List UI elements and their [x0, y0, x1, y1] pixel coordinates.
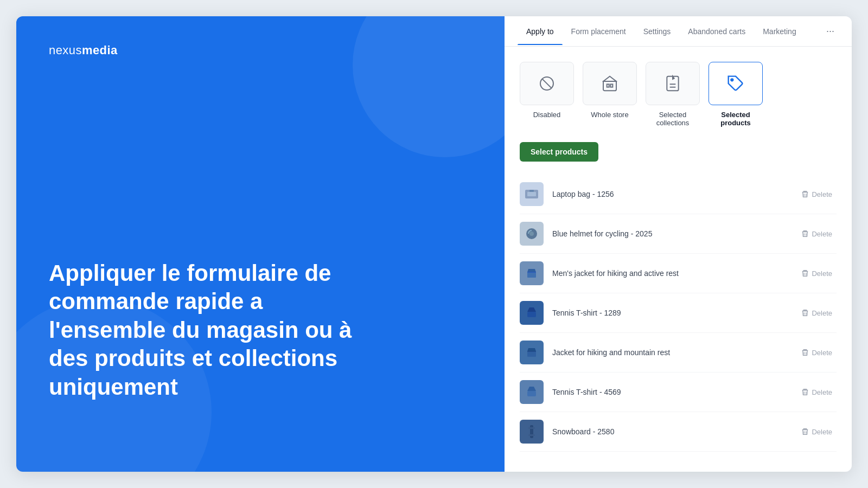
product-name-5: Tennis T-shirt - 4569 — [552, 388, 797, 396]
svg-line-1 — [542, 79, 551, 88]
option-whole-store[interactable]: Whole store — [583, 62, 637, 127]
ban-icon — [538, 75, 556, 92]
tab-form-placement[interactable]: Form placement — [563, 18, 635, 44]
delete-label-0: Delete — [812, 190, 832, 198]
delete-button-4[interactable]: Delete — [797, 346, 837, 359]
tab-settings[interactable]: Settings — [635, 18, 680, 44]
product-image-0 — [523, 185, 540, 203]
option-selected-products[interactable]: Selected products — [709, 62, 763, 127]
delete-label-4: Delete — [812, 349, 832, 357]
tab-more-button[interactable]: ··· — [822, 21, 839, 41]
delete-label-3: Delete — [812, 309, 832, 317]
svg-rect-14 — [527, 312, 536, 317]
option-whole-store-box — [583, 62, 637, 105]
option-cards: Disabled Whole store — [520, 62, 837, 127]
trash-icon-0 — [801, 190, 809, 198]
option-selected-products-label: Selected products — [709, 111, 763, 127]
table-row: Jacket for hiking and mountain rest Dele… — [520, 333, 837, 373]
product-name-0: Laptop bag - 1256 — [552, 190, 797, 198]
logo-text: nexusmedia — [49, 43, 118, 57]
trash-icon-2 — [801, 269, 809, 277]
product-thumb-1 — [520, 222, 544, 246]
content-area: Disabled Whole store — [505, 47, 852, 472]
trash-icon-5 — [801, 388, 809, 396]
product-image-5 — [523, 383, 540, 401]
product-image-6 — [523, 423, 540, 440]
table-row: Tennis T-shirt - 1289 Delete — [520, 293, 837, 333]
product-name-1: Blue helmet for cycling - 2025 — [552, 229, 797, 238]
store-icon — [601, 75, 618, 92]
product-thumb-2 — [520, 261, 544, 285]
logo-bold: media — [82, 43, 118, 57]
option-disabled[interactable]: Disabled — [520, 62, 574, 127]
trash-icon-3 — [801, 309, 809, 317]
delete-button-6[interactable]: Delete — [797, 426, 837, 438]
svg-rect-18 — [528, 427, 535, 429]
delete-label-6: Delete — [812, 428, 832, 436]
table-row: Laptop bag - 1256 Delete — [520, 175, 837, 214]
product-thumb-6 — [520, 420, 544, 444]
product-list: Laptop bag - 1256 Delete — [520, 175, 837, 452]
delete-label-5: Delete — [812, 388, 832, 396]
collection-icon — [664, 75, 681, 92]
product-thumb-5 — [520, 380, 544, 404]
option-disabled-label: Disabled — [533, 111, 561, 119]
product-thumb-4 — [520, 341, 544, 364]
delete-button-5[interactable]: Delete — [797, 386, 837, 399]
option-whole-store-label: Whole store — [591, 111, 628, 119]
delete-button-1[interactable]: Delete — [797, 228, 837, 240]
product-image-1 — [523, 225, 540, 242]
svg-rect-17 — [530, 425, 533, 438]
trash-icon-4 — [801, 349, 809, 356]
logo-normal: nexus — [49, 43, 82, 57]
delete-button-2[interactable]: Delete — [797, 267, 837, 280]
product-image-2 — [523, 265, 540, 282]
table-row: Blue helmet for cycling - 2025 Delete — [520, 214, 837, 254]
svg-rect-4 — [610, 84, 612, 87]
right-panel: Apply to Form placement Settings Abandon… — [505, 16, 852, 472]
option-selected-products-box — [709, 62, 763, 105]
product-image-3 — [523, 304, 540, 322]
svg-rect-19 — [528, 434, 535, 436]
left-panel: nexusmedia Appliquer le formulaire de co… — [16, 16, 505, 472]
hero-text: Appliquer le formulaire de commande rapi… — [49, 259, 353, 402]
table-row: Tennis T-shirt - 4569 Delete — [520, 373, 837, 412]
product-thumb-0 — [520, 182, 544, 206]
svg-point-12 — [529, 232, 534, 236]
svg-rect-15 — [527, 351, 536, 357]
delete-label-2: Delete — [812, 269, 832, 278]
product-name-6: Snowboard - 2580 — [552, 427, 797, 436]
delete-label-1: Delete — [812, 230, 832, 238]
trash-icon-6 — [801, 428, 809, 435]
tag-icon — [727, 75, 744, 92]
tabs-bar: Apply to Form placement Settings Abandon… — [505, 16, 852, 47]
main-wrapper: nexusmedia Appliquer le formulaire de co… — [16, 16, 852, 472]
svg-point-7 — [731, 79, 733, 81]
svg-rect-16 — [527, 391, 536, 396]
table-row: Men's jacket for hiking and active rest … — [520, 254, 837, 293]
delete-button-3[interactable]: Delete — [797, 307, 837, 319]
table-row: Snowboard - 2580 Delete — [520, 412, 837, 452]
option-selected-collections-label: Selected collections — [646, 111, 700, 127]
svg-rect-10 — [529, 190, 534, 192]
product-thumb-3 — [520, 301, 544, 325]
product-image-4 — [523, 344, 540, 361]
option-selected-collections[interactable]: Selected collections — [646, 62, 700, 127]
svg-rect-9 — [527, 192, 536, 196]
option-selected-collections-box — [646, 62, 700, 105]
trash-icon-1 — [801, 230, 809, 237]
tab-abandoned-carts[interactable]: Abandoned carts — [679, 18, 754, 44]
svg-rect-3 — [607, 84, 609, 87]
product-name-4: Jacket for hiking and mountain rest — [552, 348, 797, 357]
product-name-2: Men's jacket for hiking and active rest — [552, 269, 797, 278]
product-name-3: Tennis T-shirt - 1289 — [552, 309, 797, 317]
delete-button-0[interactable]: Delete — [797, 188, 837, 201]
svg-rect-13 — [527, 272, 536, 278]
tab-marketing[interactable]: Marketing — [754, 18, 805, 44]
logo: nexusmedia — [49, 43, 472, 57]
select-products-button[interactable]: Select products — [520, 142, 598, 162]
tab-apply-to[interactable]: Apply to — [518, 18, 563, 44]
option-disabled-box — [520, 62, 574, 105]
